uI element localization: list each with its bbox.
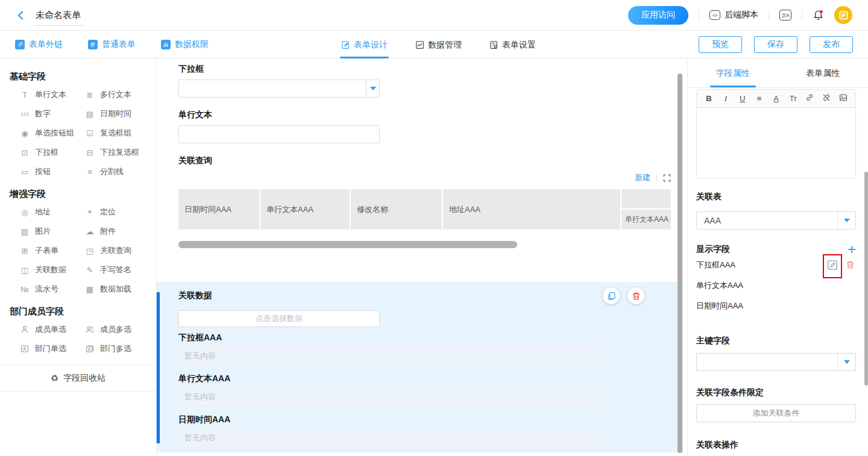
expand-icon[interactable]: [663, 174, 671, 182]
panel-scrollbar[interactable]: [864, 172, 868, 386]
preview-button[interactable]: 预览: [699, 36, 742, 53]
sidebar-item-single-line-text[interactable]: T单行文本: [19, 85, 84, 104]
divider-icon: ≡: [84, 167, 95, 176]
data-permission-label: 数据权限: [175, 39, 209, 50]
sidebar-item-dropdown[interactable]: ⊡下拉框: [19, 143, 84, 162]
sidebar-item-related-data[interactable]: ◫关联数据: [19, 260, 84, 280]
dropdown-field-label: 下拉框: [178, 64, 687, 73]
sidebar-item-geolocate[interactable]: ⌖定位: [84, 202, 149, 222]
user-avatar[interactable]: [834, 6, 852, 24]
display-field-row[interactable]: 单行文本AAA: [696, 275, 856, 296]
sidebar-item-dept-single[interactable]: 部门单选: [19, 339, 84, 358]
image-insert-icon[interactable]: [838, 93, 848, 104]
font-color-icon[interactable]: A: [772, 94, 781, 103]
related-data-label: 关联数据: [178, 290, 212, 301]
add-condition-button[interactable]: 添加关联条件: [696, 404, 856, 422]
select-caret[interactable]: [837, 212, 855, 229]
unlink-icon[interactable]: [822, 93, 831, 104]
dept-badges-icon: [84, 345, 95, 353]
font-size-icon[interactable]: Tᴛ: [788, 95, 797, 103]
delete-field-button[interactable]: [627, 287, 644, 304]
query-new-link[interactable]: 新建: [635, 172, 650, 183]
back-button[interactable]: [16, 10, 26, 20]
query-column[interactable]: 地址AAA: [443, 189, 620, 230]
notification-bell-icon[interactable]: [813, 9, 824, 21]
sidebar-item-related-query[interactable]: ◳关联查询: [84, 241, 149, 260]
sidebar-item-datetime[interactable]: ▤日期时间: [84, 104, 149, 123]
tab-field-properties[interactable]: 字段属性: [688, 59, 778, 87]
dropdown-icon: ⊡: [19, 148, 30, 157]
sidebar-item-address[interactable]: ◎地址: [19, 202, 84, 222]
italic-icon[interactable]: I: [721, 94, 731, 104]
display-field-row[interactable]: 日期时间AAA: [696, 296, 856, 316]
dropdown-caret[interactable]: [366, 80, 379, 97]
tab-form-settings[interactable]: 表单设置: [489, 31, 536, 58]
multi-line-text-icon: ≣: [84, 90, 95, 99]
related-table-value: AAA: [697, 212, 837, 229]
sidebar-item-image[interactable]: ▧图片: [19, 222, 84, 241]
display-field-row[interactable]: 下拉框AAA: [696, 255, 856, 275]
field-recycle-bin[interactable]: ♻ 字段回收站: [0, 364, 156, 392]
sidebar-item-signature[interactable]: ✎手写签名: [84, 260, 149, 280]
sidebar-item-number[interactable]: 123数字: [19, 104, 84, 123]
save-button[interactable]: 保存: [754, 36, 797, 53]
divider: [699, 10, 699, 20]
sidebar-item-multi-line-text[interactable]: ≣多行文本: [84, 85, 149, 104]
select-data-input[interactable]: 点击选择数据: [178, 310, 380, 327]
related-table-select[interactable]: AAA: [696, 211, 856, 230]
dropdown-field-input[interactable]: [178, 80, 380, 98]
sidebar-item-dept-multi[interactable]: 部门多选: [84, 339, 149, 358]
sidebar-item-checkbox-group[interactable]: ☑复选框组: [84, 123, 149, 143]
rich-text-content[interactable]: [697, 108, 855, 178]
backend-script-button[interactable]: </> 后端脚本: [709, 10, 758, 20]
query-column[interactable]: 修改名称: [351, 189, 442, 230]
align-icon[interactable]: ≡: [755, 94, 764, 103]
form-design-icon: [341, 40, 350, 49]
group-title-basic: 基础字段: [10, 71, 156, 83]
form-title[interactable]: 未命名表单: [36, 10, 81, 21]
form-external-link-button[interactable]: 表单外链: [15, 39, 63, 50]
related-table-label: 关联表: [696, 192, 856, 202]
publish-button[interactable]: 发布: [810, 36, 853, 53]
sub-toolbar: 表单外链 普通表单 数据权限 表单设计 数据管理: [0, 31, 868, 58]
tab-data-manage[interactable]: 数据管理: [415, 31, 462, 58]
group-title-enhanced: 增强字段: [10, 189, 156, 200]
display-field-name: 下拉框AAA: [696, 260, 735, 270]
select-caret[interactable]: [837, 354, 855, 370]
query-column[interactable]: 单行文本AAA: [260, 189, 350, 230]
sidebar-item-data-load[interactable]: ▦数据加载: [84, 280, 149, 299]
sidebar-item-member-multi[interactable]: 成员多选: [84, 320, 149, 339]
subfield-label: 下拉框AAA: [178, 333, 683, 342]
sidebar-item-multi-dropdown[interactable]: ⊟下拉复选框: [84, 143, 149, 162]
single-text-field-input[interactable]: [178, 125, 380, 143]
link-icon[interactable]: [805, 93, 814, 104]
paperclip-icon: [15, 40, 25, 49]
sidebar-item-divider[interactable]: ≡分割线: [84, 162, 149, 181]
data-permission-button[interactable]: 数据权限: [161, 39, 209, 50]
sidebar-item-radio-group[interactable]: ◉单选按钮组: [19, 123, 84, 143]
language-icon[interactable]: 文A: [779, 10, 791, 20]
tab-form-design[interactable]: 表单设计: [341, 31, 388, 58]
document-icon: [88, 40, 98, 49]
query-fixed-column-label[interactable]: 单行文本AAA: [621, 210, 671, 230]
query-column[interactable]: 日期时间AAA: [178, 189, 259, 230]
delete-display-field-button[interactable]: [846, 260, 855, 269]
canvas-vertical-scrollbar[interactable]: [678, 73, 682, 453]
app-access-button[interactable]: 应用访问: [628, 6, 688, 25]
normal-form-button[interactable]: 普通表单: [88, 39, 136, 50]
sidebar-item-button[interactable]: ▭按钮: [19, 162, 84, 181]
underline-icon[interactable]: U: [738, 94, 747, 103]
tab-form-properties[interactable]: 表单属性: [778, 59, 868, 87]
table-horizontal-scrollbar[interactable]: [178, 241, 517, 248]
sidebar-item-subform[interactable]: ⊞子表单: [19, 241, 84, 260]
add-display-field-icon[interactable]: +: [848, 244, 856, 255]
bold-icon[interactable]: B: [704, 94, 714, 103]
caret-down-icon: [844, 219, 850, 222]
form-list-icon: [838, 10, 849, 20]
sidebar-item-member-single[interactable]: 成员单选: [19, 320, 84, 339]
sidebar-item-serial-number[interactable]: №流水号: [19, 280, 84, 299]
related-data-field-selected[interactable]: 关联数据 点击选择数据 下拉框AAA 暂无内容 单行文本AAA 暂无内容 日期时…: [157, 282, 683, 452]
copy-field-button[interactable]: [603, 287, 620, 304]
primary-key-select[interactable]: [696, 353, 856, 371]
sidebar-item-attachment[interactable]: ☁附件: [84, 222, 149, 241]
